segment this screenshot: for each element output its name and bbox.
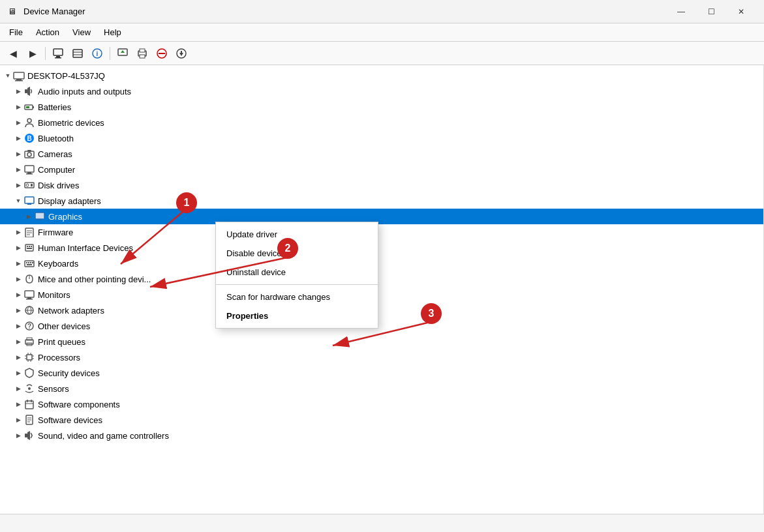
list-view-button[interactable] [69, 45, 87, 62]
context-menu-separator [216, 284, 378, 285]
close-button[interactable]: ✕ [726, 0, 756, 23]
tree-item-sound[interactable]: ▶ Sound, video and game controllers [0, 428, 763, 443]
icon-biometric [23, 117, 35, 128]
context-menu-item-properties[interactable]: Properties [216, 306, 378, 325]
tree-item-network[interactable]: ▶ Network adapters [0, 303, 763, 318]
icon-bluetooth: B [23, 132, 35, 144]
tree-item-other[interactable]: ▶ ? Other devices [0, 318, 763, 334]
chevron-cameras: ▶ [13, 149, 23, 159]
icon-sensors [23, 383, 35, 394]
svg-marker-9 [121, 50, 125, 53]
label-firmware: Firmware [38, 228, 73, 237]
icon-monitors [23, 289, 35, 301]
chevron-softcomp: ▶ [13, 399, 23, 409]
label-network: Network adapters [38, 306, 104, 316]
properties-button[interactable]: i [88, 45, 106, 62]
tree-item-keyboards[interactable]: ▶ Keyboards [0, 256, 763, 271]
tree-item-mice[interactable]: ▶ Mice and other pointing devi... [0, 271, 763, 287]
label-mice: Mice and other pointing devi... [38, 274, 151, 284]
tree-item-firmware[interactable]: ▶ Firmware [0, 224, 763, 240]
tree-item-display[interactable]: ▼ Display adapters [0, 193, 763, 209]
device-tree[interactable]: ▼ DESKTOP-4L537JQ ▶ Audio inputs and out… [0, 65, 764, 514]
label-keyboards: Keyboards [38, 259, 78, 269]
label-batteries: Batteries [38, 102, 71, 112]
icon-mice [23, 273, 35, 285]
toolbar-separator-2 [110, 47, 110, 60]
back-button[interactable]: ◀ [4, 45, 22, 62]
svg-rect-52 [28, 262, 29, 263]
tree-item-computer[interactable]: ▶ Computer [0, 162, 763, 177]
chevron-computer: ▶ [13, 164, 23, 175]
label-processors: Processors [38, 353, 80, 362]
computer-view-button[interactable] [49, 45, 67, 62]
svg-rect-0 [53, 49, 63, 55]
tree-item-disk[interactable]: ▶ Disk drives [0, 177, 763, 193]
chevron-network: ▶ [13, 305, 23, 316]
svg-point-29 [27, 153, 31, 156]
print-button[interactable] [133, 45, 151, 62]
svg-rect-39 [35, 213, 44, 219]
tree-item-audio[interactable]: ▶ Audio inputs and outputs [0, 83, 763, 99]
tree-item-bluetooth[interactable]: ▶ B Bluetooth [0, 130, 763, 146]
svg-rect-21 [25, 89, 27, 93]
status-bar [0, 514, 764, 532]
forward-button[interactable]: ▶ [23, 45, 42, 62]
chevron-display: ▼ [13, 196, 23, 206]
menu-item-help[interactable]: Help [97, 25, 128, 40]
tree-item-sensors[interactable]: ▶ Sensors [0, 381, 763, 396]
chevron-graphics: ▶ [23, 211, 34, 222]
context-menu-item-update[interactable]: Update driver [216, 225, 378, 244]
tree-item-security[interactable]: ▶ Security devices [0, 365, 763, 381]
icon-processors [23, 351, 35, 363]
menu-item-action[interactable]: Action [29, 25, 66, 40]
download-button[interactable] [172, 45, 191, 62]
icon-softdev [23, 414, 35, 426]
svg-rect-57 [25, 291, 34, 297]
tree-item-processors[interactable]: ▶ Processors [0, 349, 763, 365]
chevron-batteries: ▶ [13, 102, 23, 112]
svg-rect-19 [16, 79, 22, 80]
svg-point-25 [27, 119, 31, 123]
disable-button[interactable] [153, 45, 171, 62]
tree-item-monitors[interactable]: ▶ Monitors [0, 287, 763, 303]
svg-rect-18 [14, 72, 24, 79]
context-menu-item-disable[interactable]: Disable device [216, 244, 378, 263]
tree-item-graphics[interactable]: ▶ Graphics [0, 209, 763, 224]
icon-audio [23, 85, 35, 97]
svg-rect-33 [26, 173, 33, 175]
root-icon [13, 70, 25, 81]
menu-bar: FileActionViewHelp [0, 23, 764, 42]
svg-rect-32 [27, 172, 31, 173]
svg-rect-85 [25, 434, 27, 437]
icon-firmware [23, 226, 35, 238]
svg-rect-49 [27, 248, 32, 249]
root-label: DESKTOP-4L537JQ [27, 71, 105, 81]
menu-item-file[interactable]: File [3, 25, 29, 40]
menu-item-view[interactable]: View [66, 25, 97, 40]
toolbar: ◀ ▶ i [0, 42, 764, 65]
icon-cameras [23, 148, 35, 160]
context-menu-item-uninstall[interactable]: Uninstall device [216, 263, 378, 282]
tree-root[interactable]: ▼ DESKTOP-4L537JQ [0, 68, 763, 83]
window-title: Device Manager [23, 7, 666, 16]
chevron-monitors: ▶ [13, 289, 23, 300]
minimize-button[interactable]: — [666, 0, 696, 23]
svg-marker-16 [179, 53, 183, 56]
svg-rect-1 [56, 56, 60, 57]
tree-item-softcomp[interactable]: ▶ Software components [0, 396, 763, 412]
svg-rect-20 [15, 80, 23, 81]
context-menu-item-scan[interactable]: Scan for hardware changes [216, 288, 378, 306]
maximize-button[interactable]: ☐ [696, 0, 726, 23]
tree-item-print[interactable]: ▶ Print queues [0, 334, 763, 349]
label-disk: Disk drives [38, 181, 80, 190]
update-driver-button[interactable] [114, 45, 132, 62]
title-bar: 🖥 Device Manager — ☐ ✕ [0, 0, 764, 23]
tree-item-softdev[interactable]: ▶ Software devices [0, 412, 763, 428]
tree-item-hid[interactable]: ▶ Human Interface Devices [0, 240, 763, 256]
chevron-processors: ▶ [13, 352, 23, 362]
icon-batteries [23, 101, 35, 113]
tree-item-biometric[interactable]: ▶ Biometric devices [0, 115, 763, 130]
tree-item-batteries[interactable]: ▶ Batteries [0, 99, 763, 115]
label-softdev: Software devices [38, 415, 102, 425]
tree-item-cameras[interactable]: ▶ Cameras [0, 146, 763, 162]
